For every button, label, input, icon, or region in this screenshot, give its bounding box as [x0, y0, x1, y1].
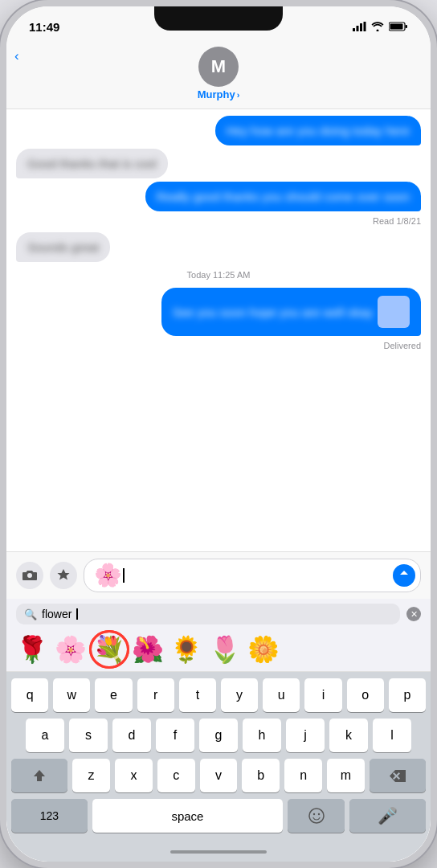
key-s[interactable]: s	[69, 719, 108, 752]
svg-point-9	[317, 813, 319, 815]
send-icon	[398, 570, 410, 581]
svg-rect-6	[390, 24, 403, 30]
key-u[interactable]: u	[263, 678, 300, 712]
key-f[interactable]: f	[156, 719, 194, 752]
key-c[interactable]: c	[157, 759, 195, 792]
emoji-results: 🌹 🌸 💐 🌺 🌻 🌷 🌼	[6, 629, 431, 672]
svg-rect-2	[360, 23, 362, 31]
keyboard: q w e r t y u i o p a s d f g h j k	[6, 672, 431, 842]
message-bubble[interactable]: Really good thanks you should come over …	[145, 182, 421, 211]
message-bubble[interactable]: See you soon hope you are well okay	[161, 288, 421, 336]
svg-point-8	[312, 813, 314, 815]
key-j[interactable]: j	[286, 719, 325, 752]
emoji-result-tulip[interactable]: 🌷	[209, 634, 241, 665]
key-n[interactable]: n	[284, 759, 322, 792]
key-x[interactable]: x	[115, 759, 153, 792]
phone-frame: 11:49	[0, 0, 437, 868]
battery-icon	[389, 22, 408, 31]
emoji-result-hibiscus[interactable]: 🌺	[132, 634, 164, 665]
input-area: 🌸	[6, 551, 431, 599]
keyboard-row-4: 123 space 🎤	[11, 799, 426, 833]
message-timestamp: Today 11:25 AM	[16, 270, 421, 280]
emoji-result-blossom2[interactable]: 🌼	[247, 634, 280, 665]
messages-header: ‹ M Murphy ›	[6, 42, 431, 109]
camera-icon	[22, 569, 38, 582]
keyboard-row-3: z x c v b n m	[11, 759, 426, 792]
key-t[interactable]: t	[179, 678, 216, 712]
message-text: Sounds great	[27, 240, 99, 254]
contact-avatar: M	[198, 47, 239, 87]
message-row: See you soon hope you are well okay	[16, 288, 421, 336]
search-cursor	[76, 608, 78, 620]
clear-search-button[interactable]: ✕	[406, 607, 421, 621]
key-y[interactable]: y	[221, 678, 258, 712]
bottom-bar	[6, 842, 431, 862]
emoji-keyboard-key[interactable]	[288, 799, 345, 833]
search-text: flower	[42, 608, 71, 620]
numbers-key[interactable]: 123	[11, 799, 88, 833]
space-key[interactable]: space	[92, 799, 283, 833]
key-l[interactable]: l	[373, 719, 411, 752]
key-w[interactable]: w	[53, 678, 90, 712]
key-d[interactable]: d	[112, 719, 151, 752]
message-text: Hey how are you doing today here	[227, 124, 410, 137]
send-button[interactable]	[393, 564, 415, 587]
key-o[interactable]: o	[347, 678, 384, 712]
shift-icon	[32, 768, 47, 783]
key-e[interactable]: e	[95, 678, 132, 712]
keyboard-picker-key[interactable]: 🎤	[349, 799, 426, 833]
key-a[interactable]: a	[26, 719, 64, 752]
back-button[interactable]: ‹	[14, 48, 19, 64]
key-g[interactable]: g	[199, 719, 238, 752]
search-icon: 🔍	[24, 608, 37, 620]
key-h[interactable]: h	[243, 719, 281, 752]
key-b[interactable]: b	[242, 759, 280, 792]
svg-point-7	[309, 809, 324, 823]
wifi-icon	[371, 22, 384, 31]
key-q[interactable]: q	[11, 678, 48, 712]
key-p[interactable]: p	[389, 678, 426, 712]
svg-rect-3	[364, 22, 366, 31]
contact-name[interactable]: Murphy ›	[198, 88, 240, 100]
key-v[interactable]: v	[200, 759, 238, 792]
message-bubble[interactable]: Sounds great	[16, 232, 110, 262]
key-r[interactable]: r	[137, 678, 174, 712]
chevron-right-icon: ›	[237, 90, 240, 100]
notch	[154, 6, 283, 31]
emoji-result-rose[interactable]: 🌹	[16, 634, 48, 665]
delivered-status: Delivered	[16, 341, 421, 350]
emoji-icon	[308, 807, 325, 825]
emoji-result-bouquet[interactable]: 💐	[93, 634, 125, 665]
message-row: Hey how are you doing today here	[16, 116, 421, 145]
key-i[interactable]: i	[304, 678, 341, 712]
key-z[interactable]: z	[72, 759, 110, 792]
chevron-left-icon[interactable]: ‹	[14, 48, 19, 64]
svg-rect-1	[357, 26, 359, 31]
home-indicator	[170, 850, 267, 854]
message-text: See you soon hope you are well okay	[173, 305, 373, 319]
emoji-search-bar: 🔍 flower ✕	[6, 599, 431, 629]
key-m[interactable]: m	[327, 759, 365, 792]
message-bubble[interactable]: Hey how are you doing today here	[215, 116, 421, 145]
backspace-icon	[390, 770, 406, 782]
message-input-box[interactable]: 🌸	[84, 559, 421, 592]
backspace-key[interactable]	[370, 759, 426, 792]
message-text: Really good thanks you should come over …	[157, 190, 410, 203]
svg-rect-0	[353, 28, 355, 31]
status-time: 11:49	[29, 20, 59, 34]
message-status: Read 1/8/21	[16, 216, 421, 226]
message-text: Good thanks that is cool	[27, 157, 157, 170]
apps-button[interactable]	[50, 562, 77, 589]
flower-input-emoji: 🌸	[94, 564, 122, 587]
emoji-result-sunflower[interactable]: 🌻	[170, 634, 202, 665]
messages-area: Hey how are you doing today here Good th…	[6, 109, 431, 551]
shift-key[interactable]	[11, 759, 67, 792]
key-k[interactable]: k	[329, 719, 368, 752]
emoji-search-input[interactable]: 🔍 flower	[16, 604, 400, 624]
keyboard-row-1: q w e r t y u i o p	[11, 678, 426, 712]
message-row: Good thanks that is cool	[16, 149, 421, 178]
emoji-result-blossom[interactable]: 🌸	[55, 634, 87, 665]
keyboard-row-2: a s d f g h j k l	[11, 719, 426, 752]
camera-button[interactable]	[16, 562, 43, 589]
message-bubble[interactable]: Good thanks that is cool	[16, 149, 168, 178]
